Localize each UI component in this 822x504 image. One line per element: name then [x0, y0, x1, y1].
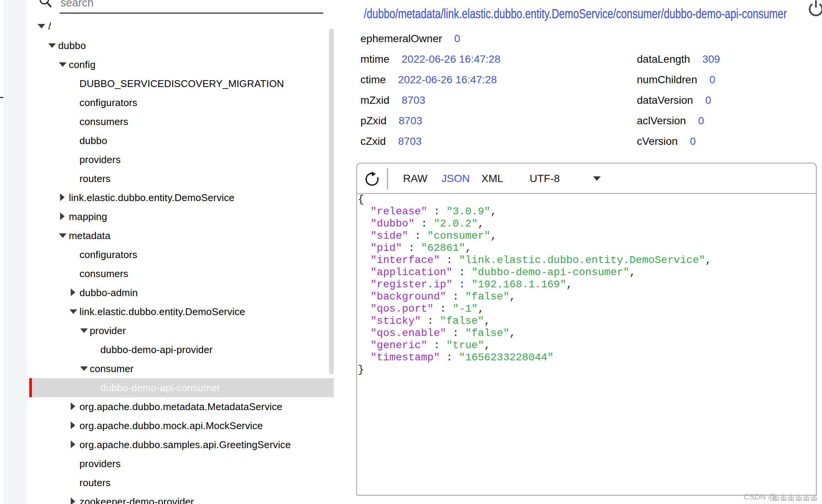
svg-text:CSDN @: CSDN @: [744, 492, 776, 501]
